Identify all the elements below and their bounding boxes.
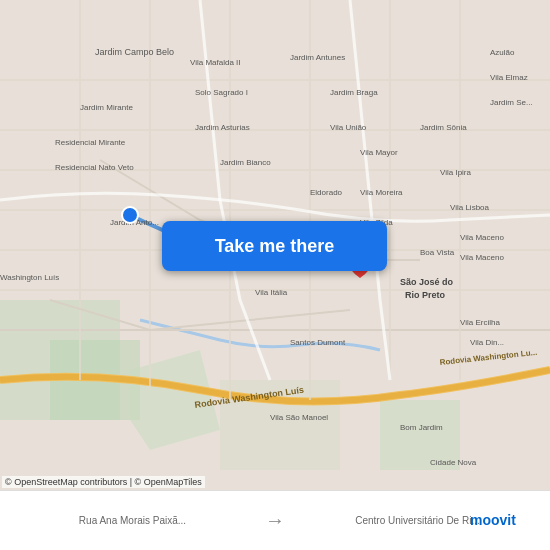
svg-text:Residencial Nato Veto: Residencial Nato Veto (55, 163, 134, 172)
svg-text:Vila São Manoel: Vila São Manoel (270, 413, 328, 422)
svg-text:Jardim Mirante: Jardim Mirante (80, 103, 133, 112)
svg-text:Washington Luís: Washington Luís (0, 273, 59, 282)
svg-text:Vila União: Vila União (330, 123, 367, 132)
svg-text:Jardim Sônia: Jardim Sônia (420, 123, 467, 132)
origin-label: Rua Ana Morais Paixã... (79, 515, 186, 526)
svg-text:Jardim Bianco: Jardim Bianco (220, 158, 271, 167)
svg-text:Jardim Antunes: Jardim Antunes (290, 53, 345, 62)
svg-text:Solo Sagrado I: Solo Sagrado I (195, 88, 248, 97)
svg-text:Santos Dumont: Santos Dumont (290, 338, 346, 347)
arrow-icon: → (265, 509, 285, 532)
svg-text:Jardim Braga: Jardim Braga (330, 88, 378, 97)
svg-text:Residencial Mirante: Residencial Mirante (55, 138, 126, 147)
map-container: Jardim Campo Belo Jardim Mirante Residen… (0, 0, 550, 490)
moovit-logo: moovit (470, 500, 540, 540)
svg-text:Vila Itália: Vila Itália (255, 288, 288, 297)
svg-text:Vila Moreira: Vila Moreira (360, 188, 403, 197)
map-attribution: © OpenStreetMap contributors | © OpenMap… (2, 476, 205, 488)
svg-text:Vila Ipira: Vila Ipira (440, 168, 472, 177)
route-arrow: → (265, 509, 285, 532)
bottom-bar: Rua Ana Morais Paixã... → Centro Univers… (0, 490, 550, 550)
svg-text:Jardim Asturias: Jardim Asturias (195, 123, 250, 132)
svg-text:Bom Jardim: Bom Jardim (400, 423, 443, 432)
svg-text:Vila Maceno: Vila Maceno (460, 253, 504, 262)
svg-text:São José do: São José do (400, 277, 454, 287)
svg-text:Vila Din...: Vila Din... (470, 338, 504, 347)
svg-text:Vila Mayor: Vila Mayor (360, 148, 398, 157)
svg-text:Jardim Campo Belo: Jardim Campo Belo (95, 47, 174, 57)
origin-item: Rua Ana Morais Paixã... (0, 491, 265, 550)
take-me-there-button[interactable]: Take me there (162, 221, 387, 271)
svg-text:Vila Maceno: Vila Maceno (460, 233, 504, 242)
destination-label: Centro Universitário De Ri... (355, 515, 479, 526)
svg-text:Vila Mafalda II: Vila Mafalda II (190, 58, 241, 67)
svg-text:Eldorado: Eldorado (310, 188, 343, 197)
svg-point-57 (122, 207, 138, 223)
svg-text:Rio Preto: Rio Preto (405, 290, 446, 300)
svg-text:Boa Vista: Boa Vista (420, 248, 455, 257)
svg-text:Jardim Se...: Jardim Se... (490, 98, 533, 107)
svg-text:Vila Elmaz: Vila Elmaz (490, 73, 528, 82)
svg-text:Azulão: Azulão (490, 48, 515, 57)
svg-text:Vila Lisboa: Vila Lisboa (450, 203, 490, 212)
svg-text:Cidade Nova: Cidade Nova (430, 458, 477, 467)
svg-text:Vila Ercilha: Vila Ercilha (460, 318, 500, 327)
svg-text:moovit: moovit (470, 512, 516, 528)
